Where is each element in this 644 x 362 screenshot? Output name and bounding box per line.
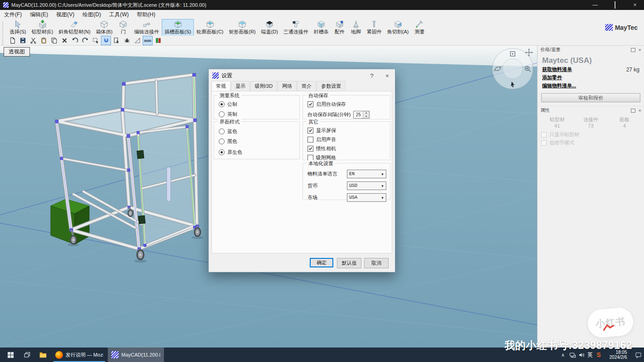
tab-network[interactable]: 网络 — [278, 81, 297, 91]
undo-button[interactable] — [70, 36, 80, 45]
currency-select[interactable]: USD ▾ — [347, 181, 386, 190]
radio-style-blue[interactable] — [219, 129, 225, 134]
cut-button[interactable] — [28, 36, 38, 45]
dialog-close-button[interactable]: × — [380, 72, 395, 79]
tool-tee-connector[interactable]: 三通连接件 — [281, 19, 311, 36]
contour-panel-icon — [205, 20, 216, 29]
material-colors-button[interactable] — [153, 36, 163, 45]
tool-miter-profile[interactable]: 斜角铝型材(N) — [56, 19, 93, 36]
tool-edit-connector[interactable]: 编辑连接件 — [131, 19, 162, 36]
tool-angle-cut[interactable]: 角切割(A) — [384, 19, 412, 36]
market-select[interactable]: USA ▾ — [347, 193, 386, 202]
checkbox-inertia-camera[interactable] — [308, 146, 313, 152]
start-button[interactable] — [4, 348, 17, 362]
debug-button[interactable] — [122, 36, 132, 45]
get-bom-link[interactable]: 获取物料清单 — [542, 66, 572, 73]
dialog-titlebar[interactable]: 设置 ? × — [209, 69, 395, 82]
checkbox-enable-autosave[interactable] — [308, 101, 313, 107]
tab-snap-3d[interactable]: 吸附/3D — [250, 81, 277, 91]
chevron-up-icon: ∧ — [561, 352, 565, 358]
group-localization: 本地化设置 物料清单语言 EN ▾ 货币 USD ▾ 市场 USA ▾ — [303, 163, 390, 200]
file-explorer-button[interactable] — [36, 348, 50, 362]
tool-rect-panel[interactable]: 矩形面板(R) — [226, 19, 258, 36]
menu-help[interactable]: 帮助(H) — [133, 10, 159, 19]
checkbox-low-detail-mode[interactable]: 低细节模式 — [541, 139, 644, 146]
tool-slot-cover[interactable]: 封槽条 — [311, 19, 332, 36]
maycad-taskbar-button[interactable]: MayCAD(11.200.0... — [108, 348, 164, 362]
new-file-button[interactable] — [7, 36, 17, 45]
radio-style-black[interactable] — [219, 138, 225, 144]
tab-display[interactable]: 显示 — [231, 81, 250, 91]
spin-down-icon[interactable]: ▾ — [363, 115, 369, 119]
defaults-button[interactable]: 默认值 — [337, 258, 361, 268]
autosave-interval-stepper[interactable]: 25 ▴▾ — [353, 111, 370, 119]
radio-imperial[interactable] — [219, 111, 225, 117]
app-logo-icon — [3, 2, 9, 8]
ok-button[interactable]: 确定 — [310, 258, 333, 267]
slot-cover-icon — [316, 20, 327, 29]
edit-bom-link[interactable]: 编辑物料清单... — [542, 82, 576, 89]
firefox-taskbar-button[interactable]: 发行说明 — Mozil... — [52, 348, 107, 362]
dimension-button[interactable] — [132, 36, 142, 45]
tool-slot-panel[interactable]: 插槽面板(S) — [162, 19, 194, 36]
autosave-interval-value[interactable]: 25 — [354, 111, 363, 118]
tab-general[interactable]: 常规 — [211, 81, 231, 91]
quickbar-grip[interactable] — [2, 35, 5, 47]
tool-fastener[interactable]: 紧固件 — [364, 19, 384, 36]
tab-parameters[interactable]: 参数设置 — [317, 81, 346, 91]
dropdown-arrow-icon: ▾ — [379, 195, 386, 200]
menu-draw[interactable]: 绘图(D) — [78, 10, 105, 19]
task-view-button[interactable] — [20, 348, 34, 362]
dialog-help-button[interactable]: ? — [364, 72, 380, 79]
review-quote-button[interactable]: 审核和报价 — [541, 93, 640, 102]
snap-magnet-button[interactable] — [101, 36, 111, 45]
paste-button[interactable] — [38, 36, 48, 45]
float-panel-icon[interactable] — [631, 109, 635, 113]
tool-measure[interactable]: 测量 — [411, 19, 428, 36]
float-panel-icon[interactable] — [631, 48, 635, 52]
area-select-button[interactable] — [91, 36, 101, 45]
profile-icon — [37, 20, 48, 29]
checkbox-screensaver[interactable] — [308, 128, 313, 133]
close-panel-icon[interactable]: × — [639, 47, 641, 52]
menu-tools[interactable]: 工具(W) — [105, 10, 133, 19]
tool-profile[interactable]: 铝型材(E) — [29, 19, 56, 36]
menu-file[interactable]: 文件(F) — [0, 10, 26, 19]
minimize-button[interactable]: — — [591, 2, 600, 8]
nav-wheel[interactable] — [492, 48, 533, 89]
tool-end-cap[interactable]: 端盖(D) — [259, 19, 281, 36]
bom-language-select[interactable]: EN ▾ — [347, 170, 386, 178]
tool-select[interactable]: 选择(S) — [7, 19, 29, 36]
delete-button[interactable] — [59, 36, 69, 45]
save-button[interactable] — [18, 36, 28, 45]
toolbar-grip[interactable] — [2, 22, 5, 33]
tool-box[interactable]: 箱体(B) — [93, 19, 115, 36]
task-view-icon — [24, 352, 30, 358]
add-part-link[interactable]: 添加零件 — [542, 74, 562, 81]
checkbox-sound[interactable] — [308, 137, 313, 143]
tab-about[interactable]: 简介 — [297, 81, 316, 91]
close-panel-icon[interactable]: × — [639, 108, 641, 113]
tool-accessory[interactable]: 配件 — [332, 19, 348, 36]
notification-center-button[interactable] — [633, 348, 643, 362]
cut-icon — [30, 37, 37, 44]
spin-up-icon[interactable]: ▴ — [363, 111, 369, 115]
checkbox-show-profiles-only[interactable]: 只显示铝型材 — [541, 131, 644, 138]
tool-contour-panel[interactable]: 轮廓面板(C) — [194, 19, 226, 36]
tool-door[interactable]: 门 — [115, 19, 131, 36]
radio-metric[interactable] — [219, 101, 225, 107]
radio-style-native[interactable] — [219, 149, 225, 155]
copy-button[interactable] — [49, 36, 59, 45]
redo-button[interactable] — [80, 36, 90, 45]
dialog-tabs: 常规 显示 吸附/3D 网络 简介 参数设置 — [209, 82, 395, 91]
cancel-button[interactable]: 取消 — [364, 258, 389, 268]
close-button[interactable]: × — [630, 2, 639, 8]
unit-mm-button[interactable]: mm — [143, 36, 153, 45]
pick-select-button[interactable] — [111, 36, 121, 45]
maximize-button[interactable] — [610, 2, 620, 8]
stat-connectors: 连接件73 — [574, 116, 607, 129]
menu-edit[interactable]: 编辑(E) — [26, 10, 52, 19]
tool-foot[interactable]: 地脚 — [348, 19, 364, 36]
box-icon — [99, 20, 110, 29]
menu-view[interactable]: 视图(V) — [52, 10, 78, 19]
